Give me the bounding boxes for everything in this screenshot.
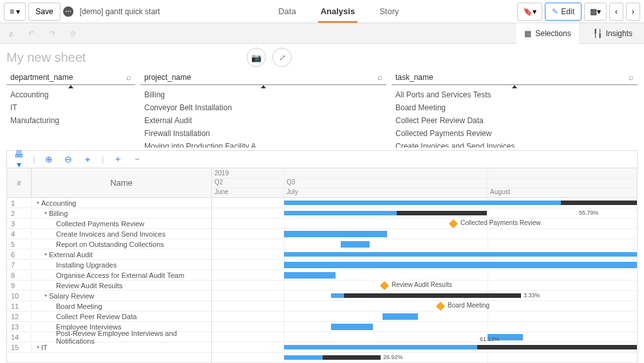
tab-analysis[interactable]: Analysis [318, 0, 357, 23]
table-row[interactable]: 6▾External Audit [7, 250, 211, 260]
task-bar[interactable] [284, 231, 387, 237]
table-row[interactable]: 14Post-Review Employee Interviews and No… [7, 332, 211, 342]
expand-button[interactable]: ⤢ [272, 48, 292, 67]
task-bar[interactable] [341, 241, 370, 248]
list-item[interactable]: Create Invoices and Send Invoices [392, 140, 638, 148]
list-item[interactable]: Collect Peer Review Data [392, 114, 638, 127]
tab-data[interactable]: Data [276, 0, 298, 23]
search-icon[interactable]: ⌕ [629, 72, 634, 82]
row-num: 3 [7, 220, 32, 228]
timeline-aug: August [488, 188, 510, 195]
list-item[interactable]: Firewall Installation [140, 127, 386, 140]
zoom-fit-icon[interactable]: ⌖ [82, 154, 93, 165]
filter-task-header[interactable]: task_name ⌕ [392, 70, 638, 85]
selections-bar: ⌕ ↶ ↷ ⊘ ▦Selections ╿╽Insights [0, 23, 644, 44]
caret-icon: ▾ [37, 344, 39, 350]
filter-department: department_name ⌕ Accounting IT Manufact… [6, 70, 135, 148]
timeline-q3: Q3 [284, 179, 295, 186]
edit-button[interactable]: ✎Edit [545, 3, 582, 21]
zoom-in-icon[interactable]: ⊕ [44, 154, 54, 164]
list-item[interactable]: Accounting [6, 88, 135, 101]
row-num: 7 [7, 261, 32, 269]
row-num: 11 [7, 302, 32, 310]
step-forward-icon[interactable]: ↷ [45, 26, 59, 41]
sort-asc-icon [512, 85, 517, 88]
task-bar[interactable] [331, 324, 373, 330]
search-icon[interactable]: ⌕ [126, 72, 131, 82]
table-row[interactable] [7, 353, 211, 363]
gantt-timeline[interactable]: 2019 Q2 Q3 June July August 5 [212, 168, 637, 363]
selections-button[interactable]: ▦Selections [516, 23, 578, 44]
smart-search-icon[interactable]: ⌕ [4, 26, 18, 41]
row-name: Create Invoices and Send Invoices [32, 230, 211, 238]
list-item[interactable]: Board Meeting [392, 101, 638, 114]
filter-project-header[interactable]: project_name ⌕ [140, 70, 386, 85]
sheets-button[interactable]: ▦▾ [584, 3, 607, 21]
list-item[interactable]: Moving into Production Facility A [140, 140, 386, 148]
row-num: 12 [7, 313, 32, 320]
task-bar[interactable] [284, 272, 336, 279]
filter-project: project_name ⌕ Billing Conveyor Belt Ins… [140, 70, 386, 148]
tab-story[interactable]: Story [377, 0, 401, 23]
list-item[interactable]: Manufacturing [6, 114, 135, 127]
add-icon[interactable]: ＋ [113, 153, 123, 165]
row-name: Report on Outstanding Collections [32, 240, 211, 248]
row-name: Collect Peer Review Data [32, 313, 211, 320]
row-num: 4 [7, 230, 32, 238]
clear-selections-icon[interactable]: ⊘ [66, 26, 80, 41]
list-item[interactable]: External Audit [140, 114, 386, 127]
table-row[interactable]: 2▾Billing [7, 208, 211, 219]
app-title: [demo] gantt quick start [80, 7, 160, 16]
table-row[interactable]: 12Collect Peer Review Data [7, 311, 211, 322]
table-row[interactable]: 1▾Accounting [7, 198, 211, 208]
remove-icon[interactable]: － [132, 153, 142, 165]
snapshot-button[interactable]: 📷 [247, 48, 266, 67]
insights-button[interactable]: ╿╽Insights [585, 23, 640, 44]
prev-sheet-button[interactable]: ‹ [609, 3, 623, 21]
milestone-icon [380, 281, 389, 290]
step-back-icon[interactable]: ↶ [24, 26, 39, 41]
row-name: Collected Payments Review [32, 220, 211, 228]
filter-task: task_name ⌕ All Ports and Services Tests… [392, 70, 638, 148]
list-item[interactable]: Billing [140, 88, 386, 101]
sort-asc-icon [261, 85, 266, 88]
row-name: Review Audit Results [32, 282, 211, 289]
table-row[interactable]: 3Collected Payments Review [7, 219, 211, 229]
list-item[interactable]: All Ports and Services Tests [392, 88, 638, 101]
table-row[interactable]: 4Create Invoices and Send Invoices [7, 229, 211, 239]
next-sheet-button[interactable]: › [626, 3, 640, 21]
grid-icon: ▦ [524, 29, 531, 38]
table-row[interactable]: 5Report on Outstanding Collections [7, 239, 211, 250]
list-item[interactable]: Collected Payments Review [392, 127, 638, 140]
gantt-chart: # Name 1▾Accounting2▾Billing3Collected P… [6, 168, 638, 363]
row-num: 9 [7, 282, 32, 289]
filter-department-header[interactable]: department_name ⌕ [6, 70, 135, 85]
table-row[interactable]: 9Review Audit Results [7, 280, 211, 291]
menu-button[interactable]: ≡ ▾ [4, 3, 26, 21]
row-num: 2 [7, 210, 32, 217]
caret-icon: ▾ [37, 200, 39, 206]
app-logo-icon: ⋯ [63, 6, 73, 17]
list-item[interactable]: Conveyor Belt Installation [140, 101, 386, 114]
milestone-icon [436, 302, 445, 311]
task-bar[interactable] [383, 313, 418, 320]
list-item[interactable]: IT [6, 101, 135, 114]
table-row[interactable]: 8Organise Access for External Audit Team [7, 270, 211, 280]
table-row[interactable]: 10▾Salary Review [7, 291, 211, 301]
row-num: 6 [7, 251, 32, 259]
search-icon[interactable]: ⌕ [377, 72, 383, 82]
save-button[interactable]: Save [28, 3, 60, 21]
table-row[interactable]: 15▾IT [7, 342, 211, 353]
caret-icon: ▾ [44, 251, 47, 257]
table-row[interactable]: 7Installing Upgrades [7, 260, 211, 270]
col-header-num: # [7, 168, 32, 197]
milestone-icon [449, 219, 458, 228]
row-num: 5 [7, 240, 32, 248]
sheet-title[interactable]: My new sheet [6, 50, 86, 65]
task-bar[interactable] [284, 262, 637, 268]
row-name: Board Meeting [32, 302, 211, 310]
print-icon[interactable]: 🖶 ▾ [14, 149, 24, 170]
table-row[interactable]: 11Board Meeting [7, 301, 211, 311]
zoom-out-icon[interactable]: ⊖ [63, 154, 73, 164]
bookmark-button[interactable]: 🔖▾ [517, 3, 542, 21]
